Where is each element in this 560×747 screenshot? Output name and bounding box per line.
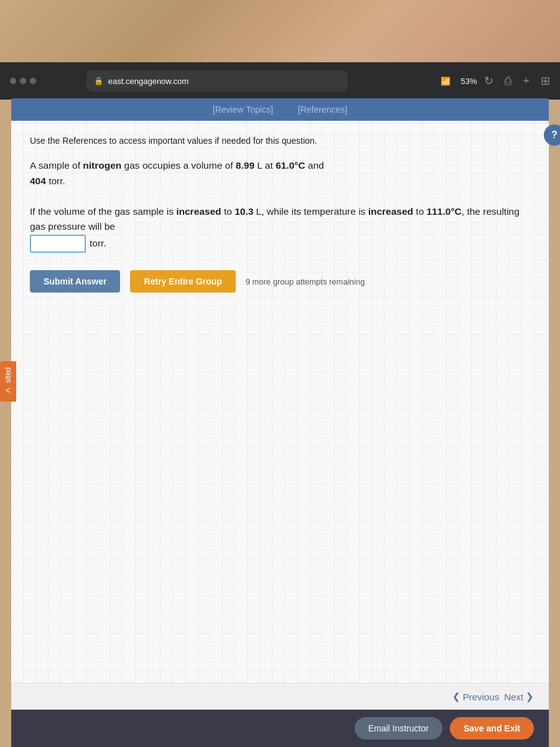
question-paragraph-1: A sample of nitrogen gas occupies a volu…: [30, 158, 530, 189]
side-tab-arrow: <: [6, 385, 11, 395]
save-and-exit-button[interactable]: Save and Exit: [450, 717, 534, 740]
units-suffix: torr.: [90, 236, 106, 251]
temp1-label: 61.0°C: [276, 160, 306, 171]
navigation-row: ❮ Previous Next ❯: [11, 683, 549, 710]
para1c: L at: [254, 160, 276, 171]
browser-dots: [10, 78, 36, 84]
next-label: Next: [504, 692, 523, 702]
pressure-answer-input[interactable]: [30, 235, 86, 253]
temp2-label: 111.0°C: [427, 206, 462, 217]
bottom-bar: Email Instructor Save and Exit: [11, 710, 549, 747]
increased2-label: increased: [368, 206, 413, 217]
next-button[interactable]: Next ❯: [504, 691, 534, 702]
browser-controls: 📶 53%: [441, 77, 477, 86]
question-area: Use the References to access important v…: [11, 121, 549, 683]
para2c: L, while its temperature is: [253, 206, 368, 217]
help-button[interactable]: ?: [544, 125, 560, 146]
lock-icon: 🔒: [94, 77, 103, 85]
side-tab-label: sited: [4, 367, 12, 383]
para1b: gas occupies a volume of: [121, 160, 236, 171]
para1d: and: [305, 160, 324, 171]
para1-pre: A sample of: [30, 160, 83, 171]
nitrogen-label: nitrogen: [83, 160, 121, 171]
answer-inline: torr.: [30, 235, 106, 253]
battery-percentage: 53%: [460, 77, 477, 86]
para2-pre: If the volume of the gas sample is: [30, 206, 176, 217]
refresh-icon[interactable]: ↻: [484, 74, 493, 88]
help-icon: ?: [551, 129, 558, 141]
references-link[interactable]: [References]: [298, 105, 347, 115]
para1e: torr.: [46, 176, 65, 186]
question-paragraph-2: If the volume of the gas sample is incre…: [30, 204, 530, 253]
para2d: to: [413, 206, 427, 217]
buttons-row: Submit Answer Retry Entire Group 9 more …: [30, 270, 530, 293]
increased1-label: increased: [176, 206, 221, 217]
wifi-icon: 📶: [441, 77, 450, 86]
previous-label: Previous: [463, 692, 499, 702]
grid-icon[interactable]: ⊞: [541, 74, 550, 88]
para2b: to: [222, 206, 235, 217]
pressure1-label: 404: [30, 176, 46, 186]
browser-action-icons: ↻ ⎙ + ⊞: [484, 74, 550, 88]
review-topics-link[interactable]: [Review Topics]: [213, 105, 273, 115]
submit-answer-button[interactable]: Submit Answer: [30, 270, 120, 293]
share-icon[interactable]: ⎙: [505, 75, 511, 88]
reference-notice: Use the References to access important v…: [30, 136, 530, 146]
email-instructor-button[interactable]: Email Instructor: [355, 717, 442, 740]
previous-button[interactable]: ❮ Previous: [452, 691, 499, 702]
address-text: east.cengagenow.com: [108, 77, 189, 86]
chevron-right-icon: ❯: [526, 691, 534, 702]
address-bar[interactable]: 🔒 east.cengagenow.com: [86, 70, 348, 92]
content-toolbar: [Review Topics] [References]: [11, 98, 549, 121]
volume2-label: 10.3: [235, 206, 253, 217]
chevron-left-icon: ❮: [452, 691, 460, 702]
side-tab[interactable]: < sited: [0, 361, 16, 402]
add-tab-icon[interactable]: +: [523, 75, 530, 88]
attempts-remaining-text: 9 more group attempts remaining: [246, 277, 365, 286]
main-content-wrapper: [Review Topics] [References] Use the Ref…: [11, 98, 549, 747]
volume1-label: 8.99: [236, 160, 254, 171]
retry-entire-group-button[interactable]: Retry Entire Group: [130, 270, 235, 293]
